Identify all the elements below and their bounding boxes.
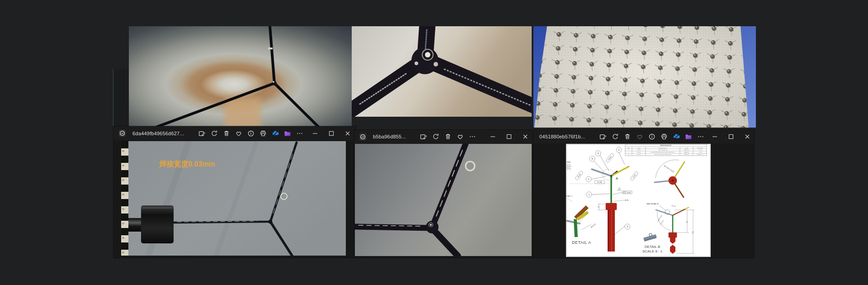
photo-fixture-bore-view[interactable]: [129, 26, 352, 127]
cad-drawing: REVISION HISTORY REV ECO DESCRIPTION DAT…: [566, 144, 711, 257]
onedrive-icon[interactable]: [272, 130, 279, 137]
svg-text:WV18023: WV18023: [637, 152, 642, 152]
close-button[interactable]: [340, 126, 356, 140]
more-icon[interactable]: [469, 133, 476, 140]
svg-text:DETAIL B: DETAIL B: [645, 245, 660, 249]
photo-canvas[interactable]: REVISION HISTORY REV ECO DESCRIPTION DAT…: [533, 143, 754, 258]
svg-text:S. BECKMAN: S. BECKMAN: [697, 154, 703, 155]
photos-window-2: b5ba96d855...: [354, 130, 533, 258]
svg-text:INITIAL RELEASE: INITIAL RELEASE: [658, 149, 667, 151]
svg-text:A. JIANG: A. JIANG: [698, 152, 702, 153]
photo-canvas[interactable]: [354, 143, 533, 258]
rotate-icon[interactable]: [432, 133, 439, 140]
svg-text:DESCRIPTION: DESCRIPTION: [659, 147, 667, 149]
svg-text:UPDATE DIMS AND TOLERANCE: UPDATE DIMS AND TOLERANCE: [655, 154, 671, 155]
svg-text:SEE DETAIL B: SEE DETAIL B: [646, 203, 659, 205]
foam-tray: [533, 26, 756, 128]
info-icon[interactable]: [648, 133, 656, 140]
window-title: 6da449fb49656d627...: [132, 131, 184, 136]
delete-icon[interactable]: [624, 133, 631, 140]
minimize-button[interactable]: [485, 130, 501, 143]
titlebar[interactable]: 0451880eb576f1b...: [533, 130, 754, 143]
cad-revision-table: REVISION HISTORY REV ECO DESCRIPTION DAT…: [625, 145, 707, 156]
svg-text:WV18899: WV18899: [637, 154, 642, 155]
maximize-button[interactable]: [323, 126, 340, 140]
svg-text:REV: REV: [627, 147, 630, 149]
maximize-button[interactable]: [723, 130, 739, 143]
folder-icon[interactable]: [284, 130, 291, 137]
photos-window-1: 6da449fb49656d627...: [113, 126, 356, 258]
blurred-label: [225, 98, 261, 127]
close-button[interactable]: [739, 130, 755, 143]
photos-window-3: 0451880eb576f1b...: [533, 130, 754, 258]
svg-text:SEE ECO: SEE ECO: [684, 149, 689, 151]
svg-text:A: A: [616, 176, 618, 180]
favorite-icon[interactable]: [636, 133, 643, 140]
delete-icon[interactable]: [444, 133, 452, 140]
svg-text:.12: .12: [598, 206, 599, 209]
photo-parts-tray[interactable]: [533, 26, 756, 128]
folder-icon[interactable]: [685, 133, 692, 140]
svg-text:Ø.002: Ø.002: [627, 192, 631, 194]
maximize-button[interactable]: [501, 130, 517, 143]
print-icon[interactable]: [660, 133, 668, 140]
svg-text:TRATE: TRATE: [566, 162, 571, 163]
svg-text:Ø.20: Ø.20: [625, 199, 629, 201]
photos-app-icon: [359, 133, 367, 141]
print-icon[interactable]: [259, 130, 267, 137]
delete-icon[interactable]: [223, 130, 230, 137]
calibration-strip: [121, 141, 128, 256]
close-button[interactable]: [517, 130, 533, 143]
minimize-button[interactable]: [307, 126, 323, 140]
window-title: 0451880eb576f1b...: [539, 134, 585, 139]
svg-text:DATE: DATE: [685, 147, 688, 149]
titlebar[interactable]: 6da449fb49656d627...: [113, 126, 356, 140]
favorite-icon[interactable]: [235, 130, 242, 137]
photo-canvas[interactable]: 焊接宽度0.03mm: [113, 140, 356, 258]
window-title: b5ba96d855...: [373, 134, 406, 139]
svg-text:ECO: ECO: [637, 147, 640, 149]
tray-parts-grid: [533, 26, 756, 128]
svg-text:WV18013: WV18013: [637, 149, 642, 150]
svg-text:Ø .026: Ø .026: [597, 181, 602, 183]
photos-app-icon: [118, 129, 126, 137]
photo-weld-joint-macro[interactable]: [352, 26, 532, 117]
more-icon[interactable]: [296, 130, 303, 137]
weld-width-label: 焊接宽度0.03mm: [159, 160, 215, 168]
svg-text:APPROVED: APPROVED: [697, 147, 703, 149]
more-icon[interactable]: [697, 133, 704, 140]
svg-text:REVISION HISTORY: REVISION HISTORY: [660, 145, 672, 147]
minimize-button[interactable]: [707, 130, 723, 143]
info-icon[interactable]: [247, 130, 255, 137]
edit-icon[interactable]: [198, 130, 206, 137]
rotate-icon[interactable]: [211, 130, 218, 137]
svg-text:A. JIANG: A. JIANG: [698, 149, 702, 151]
desktop: 6da449fb49656d627...: [0, 0, 868, 285]
svg-text:.52: .52: [686, 221, 688, 223]
svg-text:DETAIL A: DETAIL A: [572, 240, 591, 245]
svg-text:1.5: 1.5: [692, 232, 693, 234]
edit-icon[interactable]: [599, 133, 607, 140]
svg-text:DETAIL C: DETAIL C: [566, 195, 573, 197]
svg-text:SCALE 8 : 1: SCALE 8 : 1: [642, 249, 663, 253]
favorite-icon[interactable]: [457, 133, 464, 140]
rotate-icon[interactable]: [612, 133, 619, 140]
svg-text:SEE ECO: SEE ECO: [684, 152, 689, 153]
onedrive-icon[interactable]: [673, 133, 680, 140]
svg-text:SEE ECO: SEE ECO: [684, 154, 689, 155]
titlebar[interactable]: b5ba96d855...: [354, 130, 533, 143]
edit-icon[interactable]: [420, 133, 427, 140]
